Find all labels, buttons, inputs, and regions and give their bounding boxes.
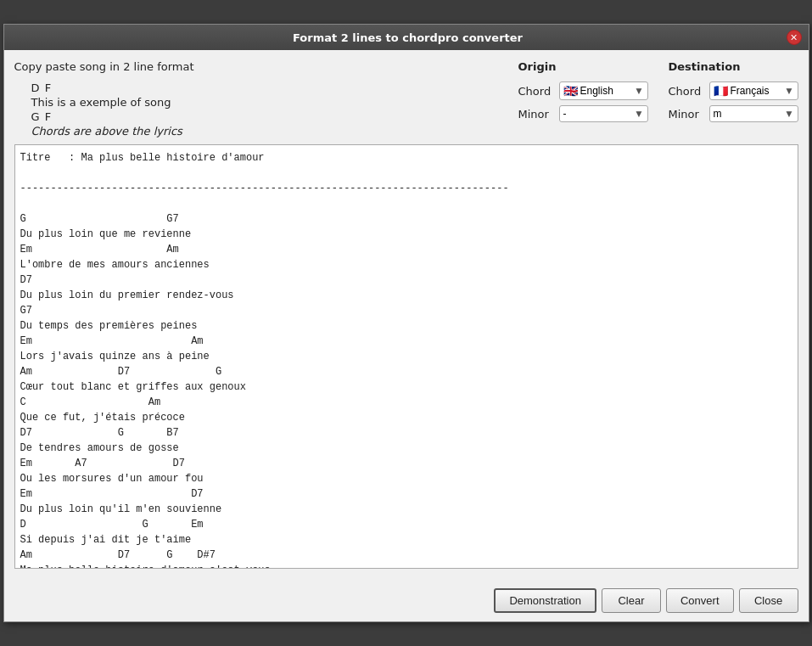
destination-title: Destination	[669, 60, 798, 73]
convert-button[interactable]: Convert	[666, 588, 734, 613]
origin-title: Origin	[518, 60, 648, 73]
clear-button[interactable]: Clear	[602, 588, 661, 613]
origin-chord-label: Chord	[518, 85, 552, 98]
destination-minor-label: Minor	[669, 108, 703, 121]
example-chords-2: G F	[31, 110, 505, 123]
origin-minor-label: Minor	[518, 108, 552, 121]
destination-chord-select[interactable]: Français English German Spanish	[731, 85, 784, 97]
origin-chord-chevron: ▼	[636, 87, 642, 95]
close-button[interactable]: Close	[739, 588, 798, 613]
demonstration-button[interactable]: Demonstration	[494, 588, 596, 613]
main-window: Format 2 lines to chordpro converter ✕ C…	[3, 24, 809, 622]
destination-minor-select-wrapper[interactable]: m - min minor ▼	[709, 105, 798, 122]
song-textarea[interactable]: Titre : Ma plus belle histoire d'amour -…	[14, 144, 798, 569]
origin-minor-chevron: ▼	[636, 110, 642, 118]
destination-chord-flag: 🇫🇷	[714, 84, 728, 98]
textarea-section: Titre : Ma plus belle histoire d'amour -…	[14, 144, 798, 571]
main-content: Copy paste song in 2 line format D F Thi…	[4, 50, 809, 581]
instructions-text: Copy paste song in 2 line format	[14, 60, 505, 73]
destination-chord-select-wrapper[interactable]: 🇫🇷 Français English German Spanish ▼	[709, 81, 798, 100]
origin-minor-select-wrapper[interactable]: - m min minor ▼	[559, 105, 648, 122]
destination-minor-row: Minor m - min minor ▼	[669, 105, 798, 122]
origin-chord-select-wrapper[interactable]: 🇬🇧 English French German Spanish ▼	[559, 81, 648, 100]
example-lyrics-2: Chords are above the lyrics	[31, 125, 505, 138]
titlebar: Format 2 lines to chordpro converter ✕	[4, 25, 809, 50]
destination-chord-chevron: ▼	[787, 87, 792, 95]
destination-chord-row: Chord 🇫🇷 Français English German Spanish…	[669, 81, 798, 100]
origin-chord-row: Chord 🇬🇧 English French German Spanish ▼	[518, 81, 648, 100]
right-panel: Origin Chord 🇬🇧 English French German Sp…	[518, 60, 798, 122]
destination-minor-select[interactable]: m - min minor	[714, 108, 784, 120]
destination-chord-label: Chord	[669, 85, 703, 98]
example-box: D F This is a exemple of song G F Chords…	[31, 81, 505, 138]
origin-chord-select[interactable]: English French German Spanish	[580, 85, 634, 97]
origin-minor-select[interactable]: - m min minor	[563, 108, 634, 120]
origin-minor-row: Minor - m min minor ▼	[518, 105, 648, 122]
button-bar: Demonstration Clear Convert Close	[4, 581, 809, 621]
destination-minor-chevron: ▼	[787, 110, 792, 118]
origin-chord-flag: 🇬🇧	[563, 84, 578, 98]
destination-section: Destination Chord 🇫🇷 Français English Ge…	[669, 60, 798, 122]
example-chords-1: D F	[31, 81, 505, 94]
origin-section: Origin Chord 🇬🇧 English French German Sp…	[518, 60, 648, 122]
left-panel: Copy paste song in 2 line format D F Thi…	[14, 60, 505, 138]
example-lyrics-1: This is a exemple of song	[31, 96, 505, 109]
top-section: Copy paste song in 2 line format D F Thi…	[14, 60, 798, 138]
window-close-button[interactable]: ✕	[787, 30, 802, 45]
window-title: Format 2 lines to chordpro converter	[30, 31, 787, 44]
